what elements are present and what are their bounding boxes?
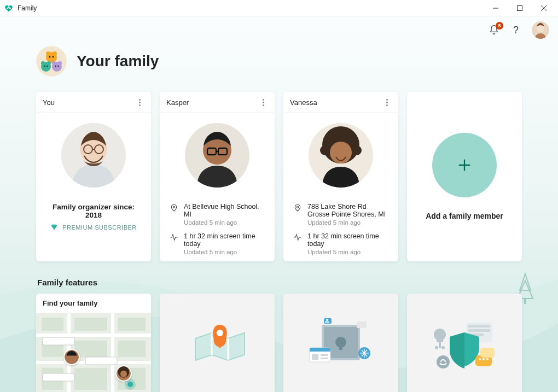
premium-subscriber-badge: PREMIUM SUBSCRIBER [50, 224, 137, 231]
titlebar: Family [0, 0, 558, 16]
svg-point-36 [347, 136, 356, 145]
svg-rect-68 [321, 358, 328, 359]
window-close-button[interactable] [532, 0, 556, 16]
svg-point-59 [217, 330, 223, 336]
map-illustration [36, 313, 151, 392]
svg-point-58 [120, 371, 127, 377]
svg-rect-80 [443, 334, 446, 336]
feature-card-find-family[interactable]: Find your family [36, 294, 151, 392]
feature-title: Find your family [36, 294, 151, 313]
svg-point-2 [9, 7, 11, 9]
address-line1: 788 Lake Shore Rd [307, 203, 386, 210]
diamond-icon [50, 224, 58, 231]
svg-rect-82 [439, 342, 441, 348]
svg-rect-51 [85, 357, 117, 365]
feature-card-location[interactable] [160, 294, 275, 392]
svg-rect-42 [74, 318, 107, 331]
feature-card-safety[interactable] [283, 294, 398, 392]
member-card-kasper[interactable]: Kasper [160, 92, 275, 261]
member-card-you[interactable]: You Family o [36, 92, 151, 261]
plus-icon [457, 157, 472, 173]
svg-rect-63 [339, 342, 342, 350]
features-section-title: Family features [37, 278, 522, 287]
svg-point-83 [435, 346, 438, 349]
svg-point-17 [47, 66, 48, 67]
add-family-member-label: Add a family member [426, 212, 503, 220]
member-avatar [61, 123, 126, 188]
location-illustration [160, 294, 275, 392]
svg-rect-48 [74, 368, 107, 390]
svg-point-39 [297, 206, 298, 208]
svg-rect-3 [518, 5, 522, 10]
screentime-line: 1 hr 32 min screen time today [184, 232, 265, 248]
card-header: Kasper [160, 92, 275, 113]
activity-icon [293, 233, 302, 242]
window-minimize-button[interactable] [484, 0, 508, 16]
add-family-member-card[interactable]: Add a family member [407, 92, 522, 261]
family-logo [36, 46, 67, 77]
member-name: Vanessa [290, 98, 317, 107]
family-features-row: Find your family [36, 294, 522, 392]
svg-rect-43 [118, 318, 146, 331]
member-name: Kasper [166, 98, 189, 107]
svg-point-11 [49, 56, 51, 58]
location-updated: Updated 5 min ago [307, 219, 386, 226]
member-card-vanessa[interactable]: Vanessa [283, 92, 398, 261]
svg-point-14 [41, 61, 45, 65]
svg-point-87 [479, 358, 481, 360]
svg-rect-52 [43, 373, 74, 381]
more-options-button[interactable] [258, 97, 268, 107]
svg-rect-41 [42, 318, 63, 331]
premium-label: PREMIUM SUBSCRIBER [62, 224, 137, 231]
location-line: At Bellevue High School, MI [184, 203, 265, 218]
member-name: You [43, 98, 55, 107]
svg-point-85 [437, 355, 450, 368]
svg-point-89 [486, 358, 489, 360]
svg-point-72 [326, 319, 328, 321]
svg-rect-46 [118, 341, 146, 357]
svg-point-20 [58, 61, 62, 65]
card-header: Vanessa [283, 92, 398, 113]
window-maximize-button[interactable] [508, 0, 532, 16]
notifications-button[interactable]: 5 [488, 24, 500, 36]
map-avatar-vanessa [115, 365, 132, 382]
location-updated: Updated 5 min ago [184, 219, 265, 226]
svg-point-0 [8, 6, 10, 8]
window-controls [484, 0, 556, 16]
map-avatar-kasper [63, 349, 80, 365]
screentime-updated: Updated 5 min ago [307, 249, 388, 255]
member-avatar [309, 123, 373, 188]
svg-rect-79 [434, 334, 437, 336]
screentime-line: 1 hr 32 min screen time today [307, 232, 388, 248]
page-header: Your family [36, 46, 522, 77]
location-pin-icon [293, 203, 302, 212]
svg-point-12 [53, 56, 54, 58]
svg-rect-73 [325, 321, 329, 323]
current-user-avatar[interactable] [532, 21, 549, 39]
commandbar: 5 ? [0, 16, 558, 44]
svg-point-22 [57, 66, 59, 67]
svg-rect-67 [321, 354, 328, 356]
page-title: Your family [77, 52, 159, 70]
feature-card-content[interactable] [407, 294, 522, 392]
svg-point-38 [352, 145, 362, 155]
svg-point-84 [441, 346, 445, 349]
svg-point-21 [55, 66, 56, 67]
more-options-button[interactable] [382, 97, 392, 107]
svg-point-9 [46, 51, 50, 56]
svg-point-10 [53, 51, 57, 56]
svg-point-31 [173, 206, 175, 208]
svg-rect-71 [357, 321, 367, 328]
svg-rect-66 [312, 354, 318, 360]
notification-badge: 5 [496, 22, 503, 30]
titlebar-left: Family [4, 4, 37, 13]
more-options-button[interactable] [135, 97, 144, 107]
location-pin-icon [170, 203, 178, 212]
svg-point-88 [483, 358, 485, 360]
svg-point-35 [326, 136, 335, 145]
svg-point-1 [7, 7, 8, 9]
app-title: Family [18, 4, 37, 12]
help-button[interactable]: ? [510, 24, 522, 36]
svg-rect-91 [480, 348, 495, 358]
svg-rect-76 [468, 329, 490, 332]
